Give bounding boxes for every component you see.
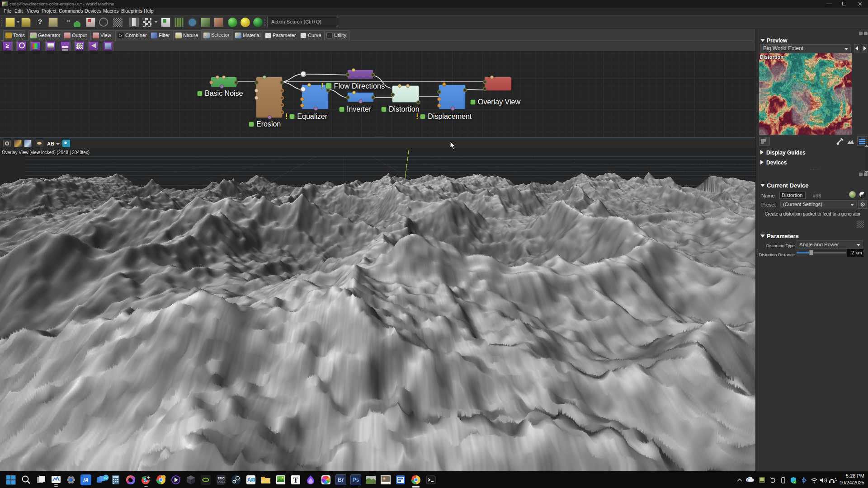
svg-text:EPIC: EPIC xyxy=(217,477,224,480)
svg-text:A: A xyxy=(247,477,251,483)
svg-text:T: T xyxy=(293,476,298,484)
svg-text:12: 12 xyxy=(104,476,108,480)
svg-text:文: 文 xyxy=(252,478,255,482)
svg-text:GAMES: GAMES xyxy=(217,480,226,483)
